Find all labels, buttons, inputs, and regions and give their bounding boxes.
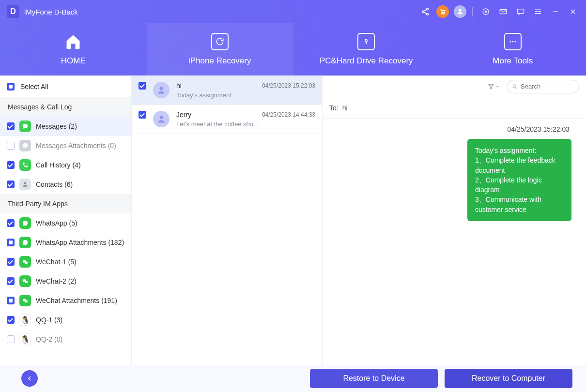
svg-point-26 [25, 261, 28, 264]
checkbox[interactable] [7, 297, 15, 304]
sidebar-item-label: WeChat-2 (2) [36, 277, 124, 285]
svg-point-24 [24, 182, 27, 184]
conversation-time: 04/25/2023 14:44:33 [262, 111, 315, 118]
checkbox[interactable] [139, 111, 146, 119]
sidebar-item-label: Messages (2) [36, 122, 124, 130]
select-all-checkbox[interactable] [7, 83, 15, 90]
chat-to-label: To: [329, 104, 339, 112]
sidebar-item-label: Call History (4) [36, 161, 124, 169]
filter-button[interactable] [486, 81, 501, 92]
tab-more-tools-label: More Tools [493, 56, 533, 66]
chat-timestamp: 04/25/2023 15:22:03 [337, 125, 571, 133]
recover-to-computer-button[interactable]: Recover to Computer [445, 369, 572, 388]
svg-point-5 [442, 13, 443, 14]
main-nav-tabs: HOME iPhone Recovery PC&Hard Drive Recov… [0, 23, 586, 75]
home-icon [64, 33, 82, 50]
avatar-icon [153, 111, 170, 127]
svg-point-21 [509, 41, 511, 43]
sidebar-item-wechat-1[interactable]: WeChat-1 (5) [0, 252, 131, 271]
wechat-icon [19, 256, 31, 268]
svg-point-6 [444, 13, 445, 14]
sidebar-item-qq-2[interactable]: 🐧 QQ-2 (0) [0, 330, 131, 349]
tab-iphone-recovery-label: iPhone Recovery [188, 56, 251, 66]
key-icon [357, 33, 375, 50]
conversation-row[interactable]: hi 04/25/2023 15:22:03 Today's assignmen… [132, 76, 322, 105]
checkbox[interactable] [7, 161, 15, 169]
more-icon [504, 33, 522, 50]
sidebar-item-qq-1[interactable]: 🐧 QQ-1 (3) [0, 310, 131, 330]
target-icon[interactable] [479, 5, 492, 18]
checkbox[interactable] [7, 239, 15, 246]
conversation-preview: Let's meet at the coffee sho... [176, 121, 315, 128]
phone-icon [19, 159, 31, 171]
svg-rect-11 [517, 9, 524, 14]
cart-icon[interactable] [436, 5, 449, 18]
sidebar-item-messages[interactable]: Messages (2) [0, 117, 131, 136]
mail-icon[interactable] [497, 5, 509, 18]
menu-icon[interactable] [532, 5, 544, 18]
sidebar-item-label: WhatsApp (5) [36, 219, 124, 227]
search-input[interactable] [521, 83, 574, 90]
sidebar-item-whatsapp[interactable]: WhatsApp (5) [0, 213, 131, 233]
sidebar-item-label: Contacts (6) [36, 181, 124, 188]
sidebar-item-whatsapp-attachments[interactable]: WhatsApp Attachments (182) [0, 233, 131, 252]
checkbox[interactable] [7, 219, 15, 227]
back-button[interactable] [21, 370, 38, 387]
sidebar-item-label: Messages Attachments (0) [36, 142, 124, 150]
svg-point-23 [514, 41, 516, 43]
tab-pc-recovery[interactable]: PC&Hard Drive Recovery [293, 23, 440, 75]
sidebar-item-wechat-2[interactable]: WeChat-2 (2) [0, 271, 131, 291]
sidebar-item-label: WeChat Attachments (191) [36, 297, 124, 304]
close-button[interactable] [567, 5, 579, 18]
chat-body: 04/25/2023 15:22:03 Today's assignment: … [323, 119, 586, 365]
checkbox[interactable] [7, 258, 15, 266]
svg-point-28 [25, 281, 28, 283]
svg-line-4 [424, 12, 427, 14]
contacts-icon [19, 179, 31, 190]
tab-more-tools[interactable]: More Tools [440, 23, 586, 75]
svg-point-18 [365, 40, 368, 42]
chat-bubble: Today's assignment: 1、Complete the feedb… [467, 139, 571, 221]
tab-home[interactable]: HOME [0, 23, 147, 75]
svg-point-32 [160, 116, 163, 119]
qq-icon: 🐧 [19, 314, 31, 326]
tab-iphone-recovery[interactable]: iPhone Recovery [147, 23, 293, 75]
titlebar: D iMyFone D-Back [0, 0, 586, 23]
checkbox[interactable] [7, 142, 15, 150]
sidebar-item-messages-attachments[interactable]: Messages Attachments (0) [0, 136, 131, 155]
sidebar-item-label: QQ-2 (0) [36, 335, 124, 343]
restore-to-device-button[interactable]: Restore to Device [310, 369, 438, 388]
sidebar-item-wechat-attachments[interactable]: WeChat Attachments (191) [0, 291, 131, 310]
chat-icon[interactable] [514, 5, 527, 18]
conversation-preview: Today's assignment: [176, 91, 315, 99]
checkbox[interactable] [7, 277, 15, 285]
share-icon[interactable] [419, 5, 432, 18]
right-toolbar [323, 76, 586, 97]
sidebar-group-thirdparty: Third-Party IM Apps [0, 194, 131, 213]
checkbox[interactable] [7, 335, 15, 343]
checkbox[interactable] [7, 316, 15, 324]
select-all-row[interactable]: Select All [0, 76, 131, 97]
checkbox[interactable] [7, 122, 15, 130]
conversation-row[interactable]: Jerry 04/25/2023 14:44:33 Let's meet at … [132, 105, 322, 134]
conversation-list: hi 04/25/2023 15:22:03 Today's assignmen… [132, 76, 323, 365]
chevron-down-icon [495, 85, 499, 89]
checkbox[interactable] [7, 181, 15, 188]
sidebar-group-messages: Messages & Call Log [0, 97, 131, 117]
minimize-button[interactable] [549, 5, 562, 18]
user-avatar-icon[interactable] [454, 5, 466, 18]
search-box[interactable] [507, 80, 579, 93]
sidebar-item-call-history[interactable]: Call History (4) [0, 155, 131, 175]
sidebar: Select All Messages & Call Log Messages … [0, 76, 132, 365]
svg-point-7 [459, 9, 461, 12]
search-icon [512, 83, 518, 90]
whatsapp-attachments-icon [19, 237, 31, 248]
svg-point-31 [160, 87, 163, 90]
sidebar-item-label: WhatsApp Attachments (182) [36, 239, 124, 246]
sidebar-item-contacts[interactable]: Contacts (6) [0, 175, 131, 194]
svg-point-30 [25, 300, 28, 302]
main-content: Select All Messages & Call Log Messages … [0, 75, 586, 365]
chat-to-value: hi [342, 104, 348, 112]
messages-icon [19, 121, 31, 132]
checkbox[interactable] [139, 82, 146, 90]
